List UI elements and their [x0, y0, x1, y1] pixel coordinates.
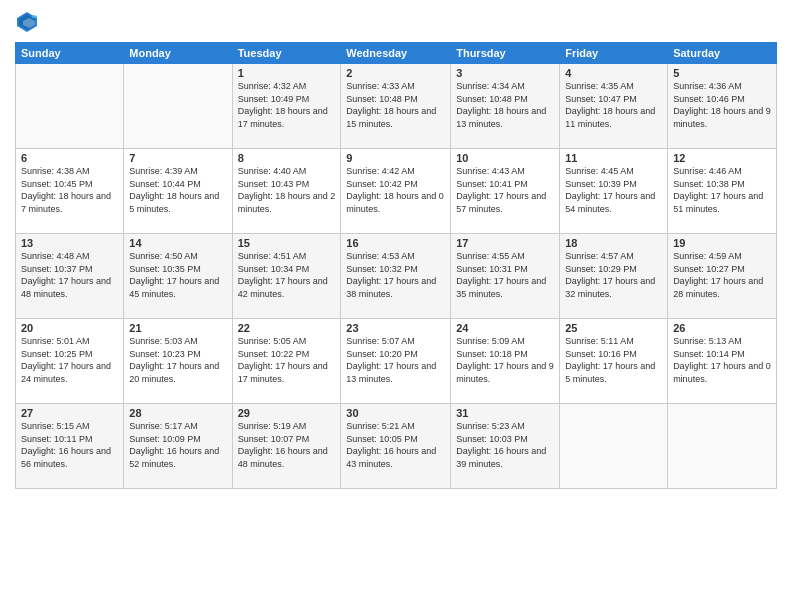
day-info: Sunrise: 4:53 AM Sunset: 10:32 PM Daylig…	[346, 250, 445, 300]
day-number: 23	[346, 322, 445, 334]
day-number: 5	[673, 67, 771, 79]
day-info: Sunrise: 4:48 AM Sunset: 10:37 PM Daylig…	[21, 250, 118, 300]
calendar-week-row: 13Sunrise: 4:48 AM Sunset: 10:37 PM Dayl…	[16, 234, 777, 319]
calendar-cell: 3Sunrise: 4:34 AM Sunset: 10:48 PM Dayli…	[451, 64, 560, 149]
day-number: 13	[21, 237, 118, 249]
calendar-cell: 21Sunrise: 5:03 AM Sunset: 10:23 PM Dayl…	[124, 319, 232, 404]
day-info: Sunrise: 4:35 AM Sunset: 10:47 PM Daylig…	[565, 80, 662, 130]
day-of-week-header: Saturday	[668, 43, 777, 64]
day-number: 17	[456, 237, 554, 249]
day-number: 25	[565, 322, 662, 334]
calendar-cell: 16Sunrise: 4:53 AM Sunset: 10:32 PM Dayl…	[341, 234, 451, 319]
calendar-cell: 17Sunrise: 4:55 AM Sunset: 10:31 PM Dayl…	[451, 234, 560, 319]
day-info: Sunrise: 5:21 AM Sunset: 10:05 PM Daylig…	[346, 420, 445, 470]
calendar-cell: 23Sunrise: 5:07 AM Sunset: 10:20 PM Dayl…	[341, 319, 451, 404]
calendar-cell: 28Sunrise: 5:17 AM Sunset: 10:09 PM Dayl…	[124, 404, 232, 489]
calendar-cell: 12Sunrise: 4:46 AM Sunset: 10:38 PM Dayl…	[668, 149, 777, 234]
calendar-cell: 15Sunrise: 4:51 AM Sunset: 10:34 PM Dayl…	[232, 234, 341, 319]
calendar-cell: 7Sunrise: 4:39 AM Sunset: 10:44 PM Dayli…	[124, 149, 232, 234]
calendar-week-row: 20Sunrise: 5:01 AM Sunset: 10:25 PM Dayl…	[16, 319, 777, 404]
day-number: 3	[456, 67, 554, 79]
day-number: 4	[565, 67, 662, 79]
calendar-cell: 5Sunrise: 4:36 AM Sunset: 10:46 PM Dayli…	[668, 64, 777, 149]
day-number: 14	[129, 237, 226, 249]
day-info: Sunrise: 4:36 AM Sunset: 10:46 PM Daylig…	[673, 80, 771, 130]
day-info: Sunrise: 4:51 AM Sunset: 10:34 PM Daylig…	[238, 250, 336, 300]
day-info: Sunrise: 4:38 AM Sunset: 10:45 PM Daylig…	[21, 165, 118, 215]
day-number: 10	[456, 152, 554, 164]
calendar-cell: 22Sunrise: 5:05 AM Sunset: 10:22 PM Dayl…	[232, 319, 341, 404]
day-info: Sunrise: 4:39 AM Sunset: 10:44 PM Daylig…	[129, 165, 226, 215]
logo-icon	[15, 10, 39, 34]
page: SundayMondayTuesdayWednesdayThursdayFrid…	[0, 0, 792, 612]
day-info: Sunrise: 5:09 AM Sunset: 10:18 PM Daylig…	[456, 335, 554, 385]
calendar-week-row: 6Sunrise: 4:38 AM Sunset: 10:45 PM Dayli…	[16, 149, 777, 234]
day-of-week-header: Monday	[124, 43, 232, 64]
day-info: Sunrise: 4:55 AM Sunset: 10:31 PM Daylig…	[456, 250, 554, 300]
day-info: Sunrise: 4:42 AM Sunset: 10:42 PM Daylig…	[346, 165, 445, 215]
day-of-week-header: Friday	[560, 43, 668, 64]
day-info: Sunrise: 4:34 AM Sunset: 10:48 PM Daylig…	[456, 80, 554, 130]
calendar-cell: 29Sunrise: 5:19 AM Sunset: 10:07 PM Dayl…	[232, 404, 341, 489]
day-number: 7	[129, 152, 226, 164]
day-number: 9	[346, 152, 445, 164]
day-info: Sunrise: 4:50 AM Sunset: 10:35 PM Daylig…	[129, 250, 226, 300]
day-info: Sunrise: 5:11 AM Sunset: 10:16 PM Daylig…	[565, 335, 662, 385]
calendar-cell: 8Sunrise: 4:40 AM Sunset: 10:43 PM Dayli…	[232, 149, 341, 234]
day-info: Sunrise: 4:43 AM Sunset: 10:41 PM Daylig…	[456, 165, 554, 215]
day-of-week-header: Tuesday	[232, 43, 341, 64]
day-number: 1	[238, 67, 336, 79]
day-number: 22	[238, 322, 336, 334]
calendar-cell: 24Sunrise: 5:09 AM Sunset: 10:18 PM Dayl…	[451, 319, 560, 404]
calendar-cell	[124, 64, 232, 149]
calendar-week-row: 27Sunrise: 5:15 AM Sunset: 10:11 PM Dayl…	[16, 404, 777, 489]
day-number: 16	[346, 237, 445, 249]
day-info: Sunrise: 5:05 AM Sunset: 10:22 PM Daylig…	[238, 335, 336, 385]
calendar-table: SundayMondayTuesdayWednesdayThursdayFrid…	[15, 42, 777, 489]
calendar-cell: 26Sunrise: 5:13 AM Sunset: 10:14 PM Dayl…	[668, 319, 777, 404]
day-info: Sunrise: 5:13 AM Sunset: 10:14 PM Daylig…	[673, 335, 771, 385]
day-number: 12	[673, 152, 771, 164]
day-info: Sunrise: 4:40 AM Sunset: 10:43 PM Daylig…	[238, 165, 336, 215]
calendar-cell: 4Sunrise: 4:35 AM Sunset: 10:47 PM Dayli…	[560, 64, 668, 149]
day-of-week-header: Wednesday	[341, 43, 451, 64]
calendar-cell: 9Sunrise: 4:42 AM Sunset: 10:42 PM Dayli…	[341, 149, 451, 234]
calendar-cell: 13Sunrise: 4:48 AM Sunset: 10:37 PM Dayl…	[16, 234, 124, 319]
calendar-cell: 1Sunrise: 4:32 AM Sunset: 10:49 PM Dayli…	[232, 64, 341, 149]
day-info: Sunrise: 4:45 AM Sunset: 10:39 PM Daylig…	[565, 165, 662, 215]
day-info: Sunrise: 5:17 AM Sunset: 10:09 PM Daylig…	[129, 420, 226, 470]
calendar-cell: 6Sunrise: 4:38 AM Sunset: 10:45 PM Dayli…	[16, 149, 124, 234]
calendar-cell: 11Sunrise: 4:45 AM Sunset: 10:39 PM Dayl…	[560, 149, 668, 234]
calendar-cell	[668, 404, 777, 489]
calendar-cell: 25Sunrise: 5:11 AM Sunset: 10:16 PM Dayl…	[560, 319, 668, 404]
day-number: 2	[346, 67, 445, 79]
day-number: 21	[129, 322, 226, 334]
day-number: 15	[238, 237, 336, 249]
day-number: 28	[129, 407, 226, 419]
header	[15, 10, 777, 34]
day-number: 8	[238, 152, 336, 164]
logo	[15, 10, 41, 34]
day-number: 26	[673, 322, 771, 334]
calendar-cell	[560, 404, 668, 489]
day-info: Sunrise: 4:46 AM Sunset: 10:38 PM Daylig…	[673, 165, 771, 215]
calendar-cell: 31Sunrise: 5:23 AM Sunset: 10:03 PM Dayl…	[451, 404, 560, 489]
calendar-header-row: SundayMondayTuesdayWednesdayThursdayFrid…	[16, 43, 777, 64]
calendar-week-row: 1Sunrise: 4:32 AM Sunset: 10:49 PM Dayli…	[16, 64, 777, 149]
day-info: Sunrise: 4:57 AM Sunset: 10:29 PM Daylig…	[565, 250, 662, 300]
day-info: Sunrise: 5:19 AM Sunset: 10:07 PM Daylig…	[238, 420, 336, 470]
calendar-cell: 2Sunrise: 4:33 AM Sunset: 10:48 PM Dayli…	[341, 64, 451, 149]
day-number: 18	[565, 237, 662, 249]
day-number: 24	[456, 322, 554, 334]
day-info: Sunrise: 5:03 AM Sunset: 10:23 PM Daylig…	[129, 335, 226, 385]
day-of-week-header: Thursday	[451, 43, 560, 64]
day-info: Sunrise: 4:59 AM Sunset: 10:27 PM Daylig…	[673, 250, 771, 300]
day-number: 31	[456, 407, 554, 419]
calendar-cell: 18Sunrise: 4:57 AM Sunset: 10:29 PM Dayl…	[560, 234, 668, 319]
calendar-cell: 20Sunrise: 5:01 AM Sunset: 10:25 PM Dayl…	[16, 319, 124, 404]
day-number: 6	[21, 152, 118, 164]
calendar-cell	[16, 64, 124, 149]
day-number: 11	[565, 152, 662, 164]
day-number: 27	[21, 407, 118, 419]
day-number: 30	[346, 407, 445, 419]
